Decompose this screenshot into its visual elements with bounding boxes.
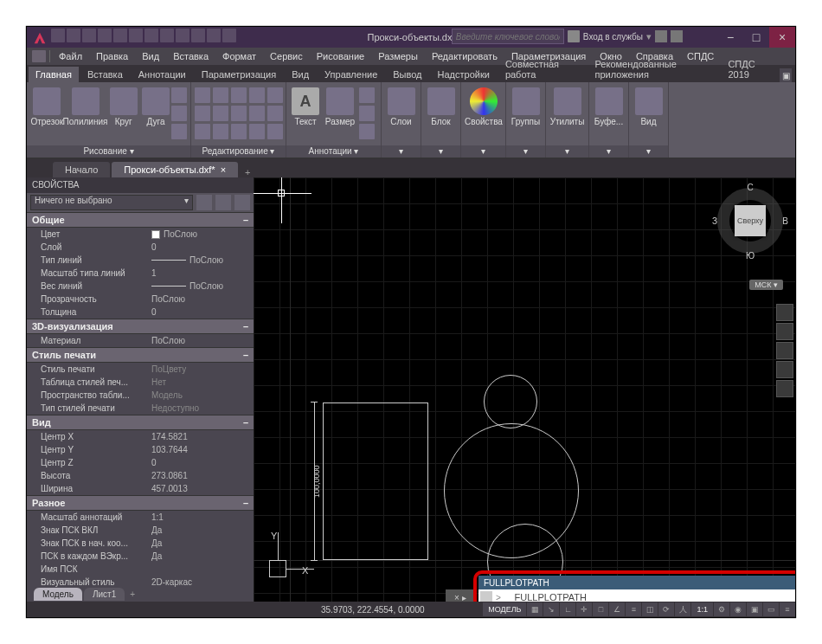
properties-title: СВОЙСТВА	[27, 177, 254, 193]
cat-misc[interactable]: Разное–	[27, 495, 254, 511]
properties-button[interactable]: Свойства	[465, 84, 503, 126]
app-logo	[32, 30, 48, 46]
menu-format[interactable]: Формат	[215, 49, 263, 63]
quick-access-toolbar[interactable]	[51, 29, 236, 42]
viewcube-top-face[interactable]: Сверху	[735, 205, 766, 236]
ribbon-tab-manage[interactable]: Управление	[318, 67, 384, 82]
osnap-toggle-icon[interactable]: □	[593, 602, 608, 616]
text-button[interactable]: AТекст	[290, 84, 321, 126]
selection-dropdown[interactable]: Ничего не выбрано ▾	[30, 195, 193, 210]
ribbon-tab-spds[interactable]: СПДС 2019	[721, 56, 778, 82]
ribbon-tab-output[interactable]: Вывод	[386, 67, 428, 82]
maximize-button[interactable]: □	[743, 27, 769, 48]
menu-file[interactable]: Файл	[52, 49, 89, 63]
close-button[interactable]: ×	[769, 27, 795, 48]
selectobj-icon[interactable]	[215, 195, 231, 210]
command-input[interactable]	[509, 592, 795, 602]
menu-modify[interactable]: Редактировать	[425, 49, 504, 63]
arc-button[interactable]: Дуга	[142, 84, 170, 126]
layout-tab-add[interactable]: +	[126, 589, 138, 599]
ribbon-tab-collab[interactable]: Совместная работа	[498, 56, 587, 82]
polyline-button[interactable]: Полилиния	[66, 84, 106, 126]
quickselect-icon[interactable]	[196, 195, 212, 210]
ribbon-tab-annot[interactable]: Аннотации	[132, 67, 193, 82]
menu-dims[interactable]: Размеры	[371, 49, 425, 63]
app-menu-icon[interactable]	[32, 50, 46, 62]
circle-button[interactable]: Круг	[107, 84, 141, 126]
otrack-toggle-icon[interactable]: ∠	[609, 602, 625, 616]
ribbon-tab-featured[interactable]: Рекомендованные приложения	[588, 56, 719, 82]
menu-view[interactable]: Вид	[135, 49, 166, 63]
view-button[interactable]: Вид	[633, 84, 665, 126]
menu-tools[interactable]: Сервис	[263, 49, 310, 63]
nav-pan-icon[interactable]	[776, 323, 793, 340]
nav-orbit-icon[interactable]	[776, 361, 793, 378]
search-input[interactable]	[452, 29, 564, 44]
rectangle-entity	[323, 402, 428, 560]
doc-tab-current[interactable]: Прокси-объекты.dxf* ×	[112, 162, 238, 177]
navigation-bar[interactable]	[776, 304, 793, 397]
help-icon[interactable]	[671, 30, 683, 42]
wcs-label[interactable]: МСК ▾	[749, 280, 783, 290]
polar-toggle-icon[interactable]: ✛	[576, 602, 592, 616]
block-button[interactable]: Блок	[425, 84, 457, 126]
menu-edit[interactable]: Правка	[89, 49, 135, 63]
pickadd-icon[interactable]	[234, 195, 250, 210]
cat-view[interactable]: Вид–	[27, 415, 254, 430]
doc-tab-start[interactable]: Начало	[53, 162, 110, 177]
ribbon-tab-home[interactable]: Главная	[29, 67, 79, 82]
command-history-toggle[interactable]: ×▸	[446, 589, 475, 602]
properties-palette: СВОЙСТВА Ничего не выбрано ▾ Общие– Цвет…	[27, 177, 254, 602]
cleanscreen-icon[interactable]: ▭	[763, 602, 779, 616]
ribbon-tab-strip: Главная Вставка Аннотации Параметризация…	[27, 65, 795, 82]
ortho-toggle-icon[interactable]: ∟	[560, 602, 575, 616]
nav-wheel-icon[interactable]	[776, 304, 793, 321]
layout-tab-model[interactable]: Модель	[34, 588, 82, 601]
annoscale-icon[interactable]: 人	[675, 602, 690, 616]
ribbon-tab-param[interactable]: Параметризация	[195, 67, 283, 82]
menu-draw[interactable]: Рисование	[310, 49, 371, 63]
hwaccel-icon[interactable]: ▣	[747, 602, 762, 616]
transparency-toggle-icon[interactable]: ◫	[642, 602, 658, 616]
dimension-button[interactable]: Размер	[323, 84, 357, 126]
annotation-scale[interactable]: 1:1	[691, 602, 713, 616]
layers-button[interactable]: Слои	[385, 84, 417, 126]
layout-tab-sheet1[interactable]: Лист1	[84, 588, 125, 601]
cat-plot[interactable]: Стиль печати–	[27, 347, 254, 363]
minimize-button[interactable]: −	[717, 27, 743, 48]
ribbon-tab-insert[interactable]: Вставка	[80, 67, 130, 82]
snap-toggle-icon[interactable]: ↘	[543, 602, 559, 616]
command-tooltip[interactable]: FULLPLOTPATH ?	[478, 576, 795, 589]
doc-tab-add[interactable]: +	[240, 167, 255, 177]
customize-icon[interactable]: ≡	[780, 602, 795, 616]
modelspace-button[interactable]: МОДЕЛЬ	[483, 602, 526, 616]
nav-showmotion-icon[interactable]	[776, 380, 793, 397]
clipboard-button[interactable]: Буфе...	[593, 84, 625, 126]
cart-icon[interactable]	[655, 30, 667, 42]
panel-annot-title[interactable]: Аннотации ▾	[286, 145, 381, 158]
cat-3d[interactable]: 3D-визуализация–	[27, 319, 254, 334]
nav-zoom-icon[interactable]	[776, 342, 793, 359]
drawing-canvas[interactable]: 100,0000 Y X Сверху С Ю В З МСК ▾	[254, 177, 795, 602]
grid-toggle-icon[interactable]: ▦	[527, 602, 543, 616]
ribbon-collapse-icon[interactable]: ▣	[780, 68, 792, 82]
cycling-toggle-icon[interactable]: ⟳	[658, 602, 674, 616]
menu-insert[interactable]: Вставка	[166, 49, 215, 63]
groups-button[interactable]: Группы	[510, 84, 542, 126]
gear-icon[interactable]: ⚙	[714, 602, 729, 616]
line-button[interactable]: Отрезок	[30, 84, 64, 126]
ribbon-tab-view[interactable]: Вид	[285, 67, 316, 82]
panel-draw-title[interactable]: Рисование ▾	[27, 145, 190, 158]
ucs-y-label: Y	[271, 531, 277, 541]
utilities-button[interactable]: Утилиты	[549, 84, 585, 126]
login-link[interactable]: Вход в службы	[583, 32, 643, 42]
ribbon-tab-addins[interactable]: Надстройки	[431, 67, 497, 82]
panel-modify-title[interactable]: Редактирование ▾	[191, 145, 286, 158]
isolate-icon[interactable]: ◉	[730, 602, 746, 616]
ucs-x-label: X	[302, 565, 308, 576]
login-icon[interactable]	[568, 30, 580, 42]
lweight-toggle-icon[interactable]: ≡	[626, 602, 641, 616]
command-line[interactable]: >_ ▴	[478, 589, 795, 602]
cat-general[interactable]: Общие–	[27, 212, 254, 228]
viewcube[interactable]: Сверху С Ю В З	[714, 184, 787, 257]
